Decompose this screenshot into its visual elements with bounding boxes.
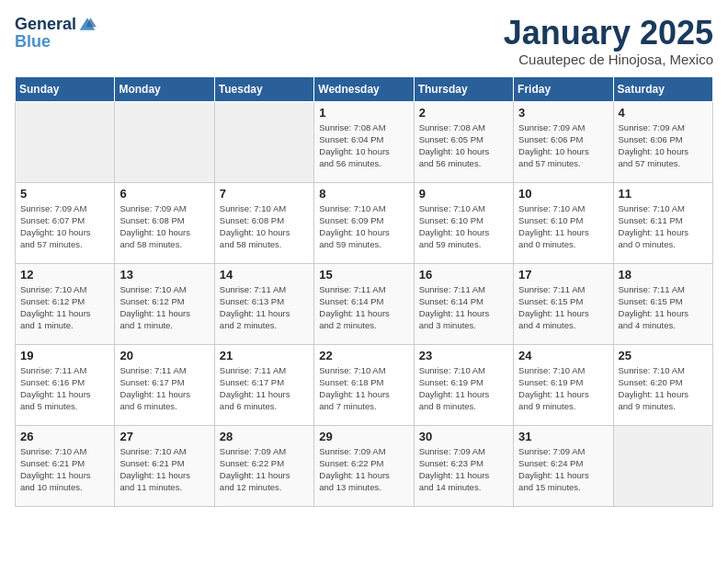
calendar-cell: 28Sunrise: 7:09 AM Sunset: 6:22 PM Dayli… (214, 425, 313, 506)
weekday-header-wednesday: Wednesday (314, 76, 414, 101)
day-number: 22 (319, 349, 408, 362)
calendar-header: SundayMondayTuesdayWednesdayThursdayFrid… (16, 76, 713, 101)
day-number: 5 (20, 187, 109, 201)
calendar-cell: 11Sunrise: 7:10 AM Sunset: 6:11 PM Dayli… (613, 182, 712, 263)
day-info: Sunrise: 7:10 AM Sunset: 6:18 PM Dayligh… (319, 364, 408, 413)
day-info: Sunrise: 7:09 AM Sunset: 6:22 PM Dayligh… (319, 445, 408, 494)
day-info: Sunrise: 7:09 AM Sunset: 6:07 PM Dayligh… (20, 202, 109, 251)
day-info: Sunrise: 7:10 AM Sunset: 6:08 PM Dayligh… (220, 202, 309, 251)
day-number: 2 (419, 106, 508, 120)
day-number: 9 (419, 187, 508, 201)
calendar-body: 1Sunrise: 7:08 AM Sunset: 6:04 PM Daylig… (16, 101, 713, 506)
logo: General Blue (15, 15, 97, 51)
calendar-cell: 16Sunrise: 7:11 AM Sunset: 6:14 PM Dayli… (414, 263, 513, 344)
calendar-cell: 18Sunrise: 7:11 AM Sunset: 6:15 PM Dayli… (613, 263, 712, 344)
day-number: 14 (220, 268, 309, 282)
calendar-title: January 2025 (504, 15, 713, 52)
weekday-header-sunday: Sunday (16, 76, 115, 101)
calendar-cell: 4Sunrise: 7:09 AM Sunset: 6:06 PM Daylig… (613, 101, 712, 182)
day-info: Sunrise: 7:11 AM Sunset: 6:15 PM Dayligh… (619, 283, 708, 332)
calendar-cell: 7Sunrise: 7:10 AM Sunset: 6:08 PM Daylig… (214, 182, 313, 263)
day-info: Sunrise: 7:10 AM Sunset: 6:20 PM Dayligh… (619, 364, 708, 413)
day-number: 17 (518, 268, 608, 282)
day-number: 28 (220, 430, 309, 443)
weekday-row: SundayMondayTuesdayWednesdayThursdayFrid… (16, 76, 713, 101)
calendar-cell: 2Sunrise: 7:08 AM Sunset: 6:05 PM Daylig… (414, 101, 513, 182)
calendar-cell: 5Sunrise: 7:09 AM Sunset: 6:07 PM Daylig… (16, 182, 115, 263)
weekday-header-friday: Friday (514, 76, 613, 101)
day-number: 21 (220, 349, 309, 362)
day-info: Sunrise: 7:10 AM Sunset: 6:12 PM Dayligh… (20, 283, 109, 332)
calendar-cell: 25Sunrise: 7:10 AM Sunset: 6:20 PM Dayli… (613, 344, 712, 425)
calendar-cell: 14Sunrise: 7:11 AM Sunset: 6:13 PM Dayli… (214, 263, 313, 344)
day-info: Sunrise: 7:11 AM Sunset: 6:14 PM Dayligh… (319, 283, 408, 332)
calendar-cell: 24Sunrise: 7:10 AM Sunset: 6:19 PM Dayli… (514, 344, 613, 425)
calendar-cell: 15Sunrise: 7:11 AM Sunset: 6:14 PM Dayli… (314, 263, 414, 344)
day-info: Sunrise: 7:10 AM Sunset: 6:10 PM Dayligh… (419, 202, 508, 251)
day-info: Sunrise: 7:11 AM Sunset: 6:17 PM Dayligh… (119, 364, 209, 413)
calendar-subtitle: Cuautepec de Hinojosa, Mexico (504, 52, 713, 67)
day-info: Sunrise: 7:11 AM Sunset: 6:17 PM Dayligh… (220, 364, 309, 413)
day-number: 7 (220, 187, 309, 201)
calendar-cell (16, 101, 115, 182)
calendar-cell (115, 101, 214, 182)
weekday-header-monday: Monday (115, 76, 214, 101)
calendar-cell: 22Sunrise: 7:10 AM Sunset: 6:18 PM Dayli… (314, 344, 414, 425)
calendar-week-3: 12Sunrise: 7:10 AM Sunset: 6:12 PM Dayli… (16, 263, 713, 344)
day-number: 26 (20, 430, 109, 443)
day-number: 18 (619, 268, 708, 282)
calendar-week-2: 5Sunrise: 7:09 AM Sunset: 6:07 PM Daylig… (16, 182, 713, 263)
weekday-header-saturday: Saturday (613, 76, 712, 101)
day-info: Sunrise: 7:10 AM Sunset: 6:19 PM Dayligh… (518, 364, 608, 413)
calendar-cell: 17Sunrise: 7:11 AM Sunset: 6:15 PM Dayli… (514, 263, 613, 344)
day-info: Sunrise: 7:10 AM Sunset: 6:11 PM Dayligh… (619, 202, 708, 251)
day-info: Sunrise: 7:10 AM Sunset: 6:12 PM Dayligh… (119, 283, 209, 332)
day-info: Sunrise: 7:09 AM Sunset: 6:06 PM Dayligh… (619, 121, 708, 170)
calendar-cell: 21Sunrise: 7:11 AM Sunset: 6:17 PM Dayli… (214, 344, 313, 425)
day-info: Sunrise: 7:10 AM Sunset: 6:21 PM Dayligh… (119, 445, 209, 494)
calendar-cell: 1Sunrise: 7:08 AM Sunset: 6:04 PM Daylig… (314, 101, 414, 182)
day-number: 29 (319, 430, 408, 443)
calendar-cell: 26Sunrise: 7:10 AM Sunset: 6:21 PM Dayli… (16, 425, 115, 506)
weekday-header-tuesday: Tuesday (214, 76, 313, 101)
calendar-week-1: 1Sunrise: 7:08 AM Sunset: 6:04 PM Daylig… (16, 101, 713, 182)
calendar-cell: 30Sunrise: 7:09 AM Sunset: 6:23 PM Dayli… (414, 425, 513, 506)
day-info: Sunrise: 7:09 AM Sunset: 6:24 PM Dayligh… (518, 445, 608, 494)
day-number: 20 (119, 349, 209, 362)
calendar-cell (214, 101, 313, 182)
day-info: Sunrise: 7:11 AM Sunset: 6:13 PM Dayligh… (220, 283, 309, 332)
day-info: Sunrise: 7:10 AM Sunset: 6:09 PM Dayligh… (319, 202, 408, 251)
calendar-cell: 12Sunrise: 7:10 AM Sunset: 6:12 PM Dayli… (16, 263, 115, 344)
day-info: Sunrise: 7:11 AM Sunset: 6:16 PM Dayligh… (20, 364, 109, 413)
day-number: 4 (619, 106, 708, 120)
logo-text-general: General (15, 16, 76, 32)
logo-icon (78, 15, 97, 33)
day-number: 25 (619, 349, 708, 362)
calendar-cell: 31Sunrise: 7:09 AM Sunset: 6:24 PM Dayli… (514, 425, 613, 506)
day-number: 15 (319, 268, 408, 282)
calendar-table: SundayMondayTuesdayWednesdayThursdayFrid… (15, 76, 713, 507)
day-number: 11 (619, 187, 708, 201)
calendar-cell: 8Sunrise: 7:10 AM Sunset: 6:09 PM Daylig… (314, 182, 414, 263)
calendar-cell (613, 425, 712, 506)
day-info: Sunrise: 7:11 AM Sunset: 6:14 PM Dayligh… (419, 283, 508, 332)
day-info: Sunrise: 7:08 AM Sunset: 6:04 PM Dayligh… (319, 121, 408, 170)
weekday-header-thursday: Thursday (414, 76, 513, 101)
day-info: Sunrise: 7:11 AM Sunset: 6:15 PM Dayligh… (518, 283, 608, 332)
day-number: 31 (518, 430, 608, 443)
day-number: 1 (319, 106, 408, 120)
calendar-cell: 9Sunrise: 7:10 AM Sunset: 6:10 PM Daylig… (414, 182, 513, 263)
day-number: 12 (20, 268, 109, 282)
calendar-cell: 23Sunrise: 7:10 AM Sunset: 6:19 PM Dayli… (414, 344, 513, 425)
day-number: 24 (518, 349, 608, 362)
day-info: Sunrise: 7:09 AM Sunset: 6:06 PM Dayligh… (518, 121, 608, 170)
day-number: 6 (119, 187, 209, 201)
day-info: Sunrise: 7:08 AM Sunset: 6:05 PM Dayligh… (419, 121, 508, 170)
calendar-cell: 27Sunrise: 7:10 AM Sunset: 6:21 PM Dayli… (115, 425, 214, 506)
calendar-cell: 10Sunrise: 7:10 AM Sunset: 6:10 PM Dayli… (514, 182, 613, 263)
calendar-cell: 6Sunrise: 7:09 AM Sunset: 6:08 PM Daylig… (115, 182, 214, 263)
calendar-cell: 19Sunrise: 7:11 AM Sunset: 6:16 PM Dayli… (16, 344, 115, 425)
calendar-cell: 3Sunrise: 7:09 AM Sunset: 6:06 PM Daylig… (514, 101, 613, 182)
calendar-cell: 20Sunrise: 7:11 AM Sunset: 6:17 PM Dayli… (115, 344, 214, 425)
logo-text-blue: Blue (15, 32, 51, 51)
